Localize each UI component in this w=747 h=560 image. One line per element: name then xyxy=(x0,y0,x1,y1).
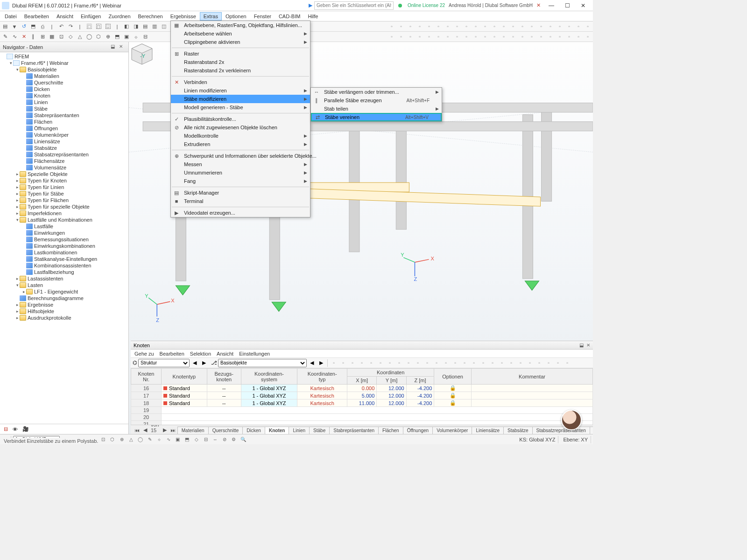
menu-ergebnisse[interactable]: Ergebnisse xyxy=(167,12,200,21)
tab-stäbe[interactable]: Stäbe xyxy=(309,427,330,434)
bp-tool-icon[interactable]: ▫ xyxy=(563,359,571,367)
menu-optionen[interactable]: Optionen xyxy=(222,12,250,21)
tree-node[interactable]: ▸Typen für Flächen xyxy=(0,197,128,203)
bp-next-button[interactable]: ▶ xyxy=(200,359,208,367)
tree-node[interactable]: Lastkombinationen xyxy=(0,249,128,256)
tree-node[interactable]: Flächen xyxy=(0,119,128,125)
tree-node[interactable]: Stäbe xyxy=(0,105,128,112)
toolbar-icon[interactable]: ▼ xyxy=(10,22,19,31)
menu-hilfe[interactable]: Hilfe xyxy=(304,12,322,21)
menu-item[interactable]: Modellkontrolle▶ xyxy=(171,132,310,140)
bp-tabs[interactable]: ⏮◀4 von 15▶⏭MaterialienQuerschnitteDicke… xyxy=(131,425,593,434)
tree-node[interactable]: ▸Typen für Knoten xyxy=(0,177,128,184)
toolbar-icon[interactable]: ▫ xyxy=(574,33,583,41)
menu-item[interactable]: ▦Arbeitsebene, Raster/Fang, Objektfang, … xyxy=(171,21,310,29)
tree-node[interactable]: Knoten xyxy=(0,92,128,99)
bp-next2-button[interactable]: ▶ xyxy=(317,359,325,367)
tab-nav-button[interactable]: ⏭ xyxy=(169,427,177,434)
toolbar-icon[interactable]: ▫ xyxy=(500,33,508,41)
bp-tool-icon[interactable]: ▫ xyxy=(535,359,543,367)
toolbar-icon[interactable]: ▫ xyxy=(406,33,415,41)
toolbar-icon[interactable]: ▣ xyxy=(122,33,131,41)
bp-prev-button[interactable]: ◀ xyxy=(190,359,199,367)
bp-menu-item[interactable]: Ansicht xyxy=(217,351,233,357)
toolbar-icon[interactable]: ⊕ xyxy=(104,33,112,41)
bp-pin-icon[interactable]: ⬓ xyxy=(579,343,584,348)
toolbar-icon[interactable]: ▫ xyxy=(546,22,555,31)
menu-item[interactable]: Umnummerieren▶ xyxy=(171,168,310,177)
menu-item[interactable]: Arbeitsebene wählen▶ xyxy=(171,29,310,38)
toolbar-icon[interactable]: ▫ xyxy=(481,22,489,31)
tree-node[interactable]: Einwirkungskombinationen xyxy=(0,243,128,249)
close-button[interactable]: ✕ xyxy=(575,0,591,11)
toolbar-icon[interactable]: ⿴ xyxy=(85,22,93,31)
toolbar-icon[interactable]: | xyxy=(48,22,56,31)
tab-nav-button[interactable]: ▶ xyxy=(161,426,169,434)
tree-node[interactable]: ▸Spezielle Objekte xyxy=(0,171,128,177)
toolbar-icon[interactable]: ▫ xyxy=(453,22,461,31)
bp-menu-item[interactable]: Gehe zu xyxy=(134,351,154,357)
staebe-modifizieren-submenu[interactable]: ↔Stäbe verlängern oder trimmen...▶∥Paral… xyxy=(310,87,442,122)
tree-node[interactable]: ▸Typen für Linien xyxy=(0,184,128,190)
toolbar-icon[interactable]: | xyxy=(76,22,84,31)
menu-extras[interactable]: Extras xyxy=(200,12,222,21)
menu-item[interactable]: Messen▶ xyxy=(171,160,310,168)
toolbar-icon[interactable]: ▫ xyxy=(453,33,461,41)
bp-tool-icon[interactable]: ▫ xyxy=(498,359,506,367)
menu-einfügen[interactable]: Einfügen xyxy=(77,12,105,21)
toolbar-icon[interactable]: ▫ xyxy=(416,22,424,31)
menu-item[interactable]: ✓Plausibilitätskontrolle... xyxy=(171,115,310,123)
menu-item[interactable]: Linien modifizieren▶ xyxy=(171,86,310,95)
tree-node[interactable]: Volumensätze xyxy=(0,164,128,171)
bp-menu-item[interactable]: Einstellungen xyxy=(239,351,270,357)
tab-stabrepräsentanten[interactable]: Stabrepräsentanten xyxy=(329,427,379,434)
toolbar-icon[interactable]: ▫ xyxy=(397,22,405,31)
tree-node[interactable]: RFEM xyxy=(0,53,128,60)
tree-node[interactable]: ▸LF1 - Eigengewicht xyxy=(0,288,128,295)
tree-node[interactable]: Liniensätze xyxy=(0,138,128,145)
tree-node[interactable]: Lastfallbeziehung xyxy=(0,269,128,275)
bp-tool-icon[interactable]: ▫ xyxy=(395,359,403,367)
bp-tool-icon[interactable]: ▫ xyxy=(460,359,469,367)
bp-tool-icon[interactable]: ▫ xyxy=(442,359,450,367)
bp-tool-icon[interactable]: ▫ xyxy=(423,359,431,367)
bp-tool-icon[interactable]: ▫ xyxy=(367,359,375,367)
status-icon[interactable]: ⚙ xyxy=(230,435,238,444)
navigator-close-icon[interactable]: ✕ xyxy=(119,44,126,50)
tree-node[interactable]: Volumenkörper xyxy=(0,132,128,138)
toolbar-icon[interactable]: ⬒ xyxy=(29,22,37,31)
menu-item[interactable]: ✕Verbinden xyxy=(171,78,310,86)
toolbar-icon[interactable]: ◇ xyxy=(66,33,75,41)
menu-item[interactable]: ▶Videodatei erzeugen... xyxy=(171,209,310,217)
toolbar-icon[interactable]: ▫ xyxy=(388,22,396,31)
toolbar-icon[interactable]: ⟐ xyxy=(132,33,140,41)
toolbar-icon[interactable]: ▫ xyxy=(565,22,573,31)
tab-stabsatzrepräsentanten[interactable]: Stabsatzrepräsentanten xyxy=(532,427,590,434)
tree-camera-icon[interactable]: 🎥 xyxy=(22,426,29,432)
tab-liniensätze[interactable]: Liniensätze xyxy=(472,427,504,434)
toolbar-icon[interactable]: ⊟ xyxy=(141,33,149,41)
toolbar-icon[interactable]: ▫ xyxy=(434,22,443,31)
tree-node[interactable]: Stabsätze xyxy=(0,145,128,151)
menu-item[interactable]: Rasterabstand 2x verkleinern xyxy=(171,66,310,75)
toolbar-icon[interactable]: ▫ xyxy=(537,33,545,41)
bp-tool-icon[interactable]: ▫ xyxy=(432,359,441,367)
tab-querschnitte[interactable]: Querschnitte xyxy=(208,427,243,434)
tree-node[interactable]: Kombinationsassistenten xyxy=(0,262,128,269)
toolbar-icon[interactable]: ↺ xyxy=(20,22,28,31)
toolbar-icon[interactable]: ▫ xyxy=(565,33,573,41)
bp-prev2-button[interactable]: ◀ xyxy=(308,359,316,367)
keyword-search-input[interactable] xyxy=(314,1,394,10)
toolbar-icon[interactable]: ▫ xyxy=(574,22,583,31)
status-icon[interactable]: ⊟ xyxy=(202,435,210,444)
tree-node[interactable]: ▾Lasten xyxy=(0,282,128,288)
tree-node[interactable]: ▸Ausdruckprotokolle xyxy=(0,315,128,321)
toolbar-icon[interactable]: ⊡ xyxy=(57,33,65,41)
toolbar-icon[interactable]: ▫ xyxy=(406,22,415,31)
menu-item[interactable]: ⊕Schwerpunkt und Informationen über sele… xyxy=(171,152,310,160)
toolbar-icon[interactable]: ▤ xyxy=(1,22,9,31)
toolbar-icon[interactable]: ✕ xyxy=(20,33,28,41)
tree-node[interactable]: ▸Hilfsobjekte xyxy=(0,308,128,315)
tree-node[interactable]: ▾Frame.rf6* | Webinar xyxy=(0,60,128,66)
menu-fenster[interactable]: Fenster xyxy=(250,12,275,21)
